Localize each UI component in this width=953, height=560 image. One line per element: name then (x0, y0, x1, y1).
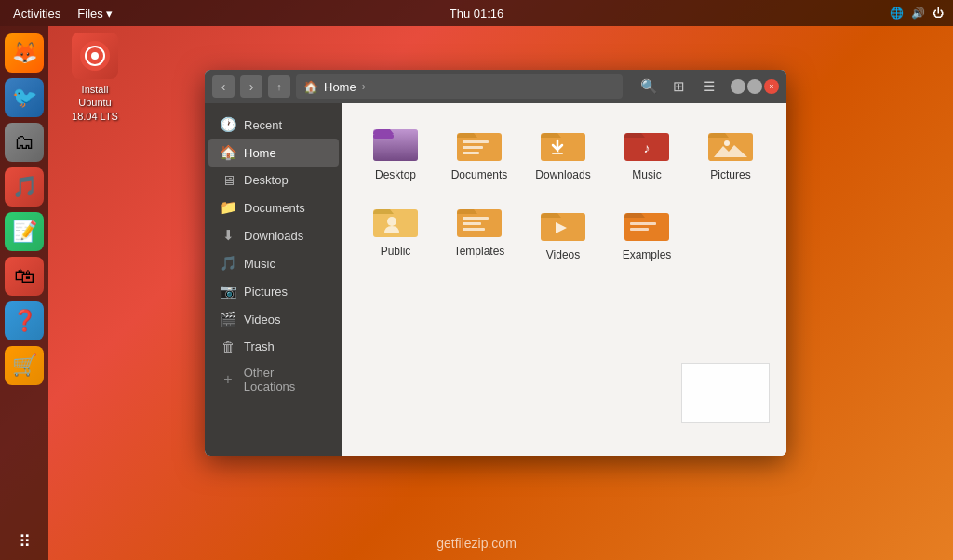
folder-examples-label: Examples (623, 248, 672, 263)
install-ubuntu-icon (72, 33, 118, 79)
sidebar-label-videos: Videos (244, 313, 281, 327)
sidebar-label-other-locations: Other Locations (244, 366, 328, 393)
folder-public[interactable]: Public (357, 194, 434, 267)
file-manager-sidebar: 🕐 Recent 🏠 Home 🖥 Desktop 📁 Documents ⬇ … (205, 103, 342, 456)
selection-box (681, 363, 770, 423)
taskbar-item-amazon[interactable]: 🛒 (5, 346, 44, 385)
sidebar-item-music[interactable]: 🎵 Music (208, 249, 339, 277)
sidebar-item-pictures[interactable]: 📷 Pictures (208, 277, 339, 305)
folder-downloads[interactable]: Downloads (525, 118, 601, 187)
svg-point-2 (91, 52, 99, 60)
recent-icon: 🕐 (220, 116, 236, 133)
nav-back-button[interactable]: ‹ (212, 75, 235, 98)
videos-icon: 🎬 (220, 311, 236, 327)
sidebar-item-other-locations[interactable]: + Other Locations (208, 360, 339, 399)
window-controls: × (731, 79, 779, 94)
downloads-icon: ⬇ (220, 227, 236, 244)
svg-rect-21 (463, 222, 481, 225)
install-ubuntu-label: InstallUbuntu18.04 LTS (72, 83, 118, 123)
folder-public-icon (371, 198, 420, 241)
sidebar-item-downloads[interactable]: ⬇ Downloads (208, 221, 339, 249)
taskbar-item-rhythmbox[interactable]: 🎵 (5, 167, 44, 207)
svg-rect-26 (630, 222, 656, 225)
volume-icon[interactable]: 🔊 (911, 7, 925, 20)
watermark: getfilezip.com (436, 536, 517, 551)
path-bar[interactable]: 🏠 Home › (296, 74, 623, 99)
folder-pictures-icon (706, 122, 755, 165)
menu-button[interactable]: ☰ (695, 73, 721, 100)
folder-templates-label: Templates (454, 245, 505, 260)
maximize-button[interactable] (747, 79, 762, 94)
folder-templates[interactable]: Templates (441, 194, 517, 267)
sidebar-label-pictures: Pictures (244, 285, 288, 299)
files-menu-button[interactable]: Files ▾ (74, 7, 116, 20)
svg-point-16 (724, 140, 730, 146)
close-button[interactable]: × (764, 79, 779, 94)
taskbar-item-files[interactable]: 🗂 (5, 123, 44, 162)
show-applications-button[interactable]: ⠿ (9, 527, 39, 556)
folder-pictures[interactable]: Pictures (692, 118, 769, 187)
sidebar-item-recent[interactable]: 🕐 Recent (208, 111, 339, 139)
pictures-icon: 📷 (220, 283, 236, 300)
search-button[interactable]: 🔍 (636, 73, 662, 100)
folder-examples[interactable]: Examples (609, 198, 685, 267)
network-icon[interactable]: 🌐 (890, 7, 904, 20)
sidebar-label-downloads: Downloads (244, 229, 303, 243)
sidebar-item-videos[interactable]: 🎬 Videos (208, 305, 339, 333)
taskbar-item-thunderbird[interactable]: 🐦 (5, 78, 44, 117)
activities-button[interactable]: Activities (9, 7, 64, 20)
sidebar-label-home: Home (244, 146, 276, 160)
view-options-button[interactable]: ⊞ (665, 73, 691, 100)
taskbar: 🦊 🐦 🗂 🎵 📝 🛍 ❓ 🛒 (0, 26, 48, 523)
path-home-label: Home (324, 80, 356, 94)
nav-up-button[interactable]: ↑ (268, 75, 290, 98)
sidebar-item-trash[interactable]: 🗑 Trash (208, 333, 339, 360)
folder-documents-icon (455, 122, 503, 165)
folder-videos-icon (539, 202, 587, 245)
taskbar-item-libreoffice[interactable]: 📝 (5, 212, 44, 251)
folder-public-label: Public (381, 245, 411, 260)
svg-rect-27 (630, 228, 649, 231)
file-manager-titlebar: ‹ › ↑ 🏠 Home › 🔍 ⊞ ☰ × (205, 70, 786, 103)
power-icon[interactable]: ⏻ (933, 7, 944, 20)
path-arrow: › (362, 80, 366, 93)
folder-videos[interactable]: Videos (525, 198, 601, 267)
file-manager-window: ‹ › ↑ 🏠 Home › 🔍 ⊞ ☰ × 🕐 Recent 🏠 (205, 70, 786, 456)
folder-music[interactable]: ♪ Music (609, 118, 685, 187)
topbar-right: 🌐 🔊 ⏻ (890, 7, 944, 20)
folder-documents[interactable]: Documents (441, 118, 517, 187)
taskbar-item-ubuntu-sw[interactable]: 🛍 (5, 257, 44, 296)
nav-forward-button[interactable]: › (240, 75, 262, 98)
sidebar-label-recent: Recent (244, 118, 282, 132)
sidebar-label-desktop: Desktop (244, 173, 289, 187)
folder-documents-label: Documents (451, 168, 508, 183)
taskbar-bottom: ⠿ (0, 523, 48, 560)
svg-rect-20 (463, 217, 489, 220)
sidebar-item-desktop[interactable]: 🖥 Desktop (208, 167, 339, 193)
folder-downloads-label: Downloads (535, 168, 590, 183)
svg-rect-5 (373, 134, 394, 139)
sidebar-item-home[interactable]: 🏠 Home (208, 139, 339, 167)
folder-desktop-icon (371, 122, 420, 165)
folder-music-icon: ♪ (623, 122, 671, 165)
minimize-button[interactable] (731, 79, 745, 94)
folder-pictures-label: Pictures (710, 168, 750, 183)
trash-icon: 🗑 (220, 339, 236, 354)
folder-downloads-icon (539, 122, 587, 165)
svg-rect-12 (552, 153, 563, 154)
sidebar-item-documents[interactable]: 📁 Documents (208, 193, 339, 221)
folder-examples-icon (623, 202, 671, 245)
toolbar-icons: 🔍 ⊞ ☰ (636, 73, 721, 100)
home-path-icon: 🏠 (303, 80, 318, 94)
folder-music-label: Music (632, 168, 661, 183)
taskbar-item-firefox[interactable]: 🦊 (5, 33, 44, 73)
taskbar-item-help[interactable]: ❓ (5, 301, 44, 340)
folder-templates-icon (455, 198, 503, 241)
folder-desktop[interactable]: Desktop (357, 118, 434, 187)
svg-rect-9 (463, 146, 483, 149)
svg-text:♪: ♪ (644, 140, 651, 155)
music-icon: 🎵 (220, 255, 236, 272)
folder-desktop-label: Desktop (375, 168, 416, 183)
topbar-clock: Thu 01:16 (450, 7, 504, 20)
desktop-icon-install-ubuntu[interactable]: InstallUbuntu18.04 LTS (58, 33, 132, 123)
